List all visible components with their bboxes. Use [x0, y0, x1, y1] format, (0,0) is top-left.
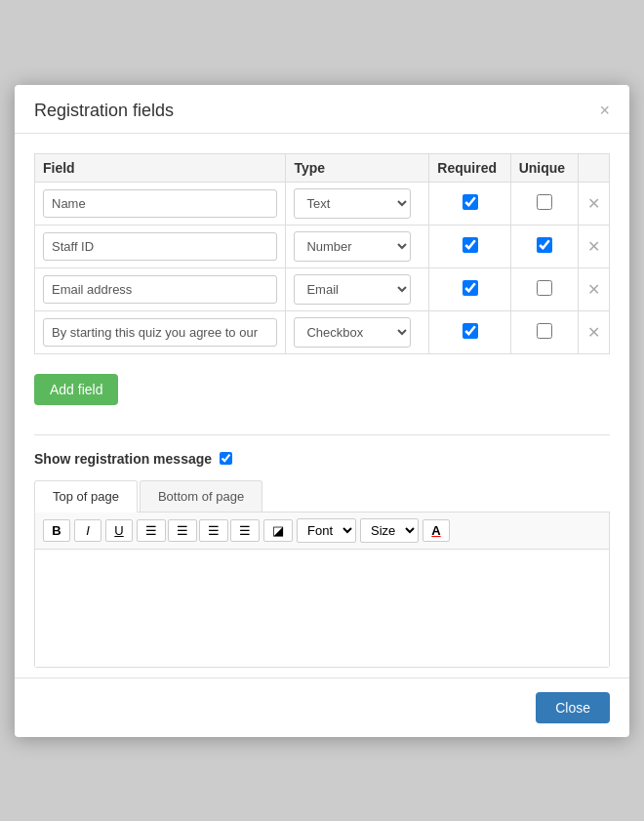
modal-title: Registration fields: [34, 101, 174, 121]
col-header-type: Type: [286, 153, 429, 182]
tabs-container: Top of page Bottom of page: [34, 480, 610, 513]
unique-checkbox-1[interactable]: [537, 237, 552, 253]
align-center-button[interactable]: ☰: [168, 519, 197, 542]
show-registration-checkbox[interactable]: [220, 452, 232, 465]
italic-button[interactable]: I: [74, 519, 101, 542]
modal-body: Field Type Required Unique TextNumberEma…: [15, 134, 629, 677]
modal-footer: Close: [15, 677, 629, 737]
col-header-delete: [578, 153, 609, 182]
align-right-button[interactable]: ☰: [199, 519, 228, 542]
show-registration-message-row: Show registration message: [34, 451, 610, 467]
editor-area: B I U ☰ ☰ ☰ ☰ ◪ Font Size A: [34, 513, 610, 668]
show-registration-label: Show registration message: [34, 451, 212, 467]
table-row: TextNumberEmailCheckbox✕: [35, 225, 610, 267]
add-field-button[interactable]: Add field: [34, 374, 118, 405]
text-color-button[interactable]: A: [423, 519, 450, 542]
modal-close-x-button[interactable]: ×: [599, 102, 610, 119]
editor-toolbar: B I U ☰ ☰ ☰ ☰ ◪ Font Size A: [35, 513, 609, 550]
type-select-1[interactable]: TextNumberEmailCheckbox: [294, 231, 411, 262]
align-left-button[interactable]: ☰: [137, 519, 166, 542]
required-checkbox-2[interactable]: [463, 280, 478, 296]
unique-checkbox-3[interactable]: [537, 323, 552, 339]
editor-content[interactable]: [35, 550, 609, 667]
underline-button[interactable]: U: [105, 519, 133, 542]
section-divider: [34, 434, 610, 435]
required-checkbox-3[interactable]: [463, 323, 478, 339]
field-input-1[interactable]: [43, 232, 277, 261]
field-input-3[interactable]: [43, 318, 277, 347]
table-button[interactable]: ◪: [263, 519, 293, 542]
delete-row-button-3[interactable]: ✕: [587, 323, 600, 342]
font-select[interactable]: Font: [297, 518, 356, 543]
table-row: TextNumberEmailCheckbox✕: [35, 182, 610, 225]
unique-checkbox-2[interactable]: [537, 280, 552, 296]
fields-table: Field Type Required Unique TextNumberEma…: [34, 153, 610, 354]
tab-top-of-page[interactable]: Top of page: [34, 480, 138, 513]
align-justify-button[interactable]: ☰: [230, 519, 260, 542]
col-header-required: Required: [429, 153, 510, 182]
required-checkbox-0[interactable]: [463, 194, 478, 210]
field-input-2[interactable]: [43, 275, 277, 304]
delete-row-button-1[interactable]: ✕: [587, 237, 600, 256]
delete-row-button-0[interactable]: ✕: [587, 194, 600, 213]
bold-button[interactable]: B: [43, 519, 70, 542]
col-header-field: Field: [35, 153, 286, 182]
align-group: ☰ ☰ ☰ ☰: [137, 519, 260, 542]
registration-fields-modal: Registration fields × Field Type Require…: [15, 85, 629, 737]
type-select-2[interactable]: TextNumberEmailCheckbox: [294, 274, 411, 305]
field-input-0[interactable]: [43, 189, 277, 218]
unique-checkbox-0[interactable]: [537, 194, 552, 210]
type-select-3[interactable]: TextNumberEmailCheckbox: [294, 317, 411, 348]
tab-bottom-of-page[interactable]: Bottom of page: [140, 480, 262, 512]
size-select[interactable]: Size: [360, 518, 419, 543]
table-row: TextNumberEmailCheckbox✕: [35, 310, 610, 353]
type-select-0[interactable]: TextNumberEmailCheckbox: [294, 188, 411, 219]
modal-header: Registration fields ×: [15, 85, 629, 134]
table-row: TextNumberEmailCheckbox✕: [35, 267, 610, 310]
delete-row-button-2[interactable]: ✕: [587, 280, 600, 299]
close-button[interactable]: Close: [536, 692, 610, 723]
required-checkbox-1[interactable]: [463, 237, 478, 253]
col-header-unique: Unique: [510, 153, 578, 182]
